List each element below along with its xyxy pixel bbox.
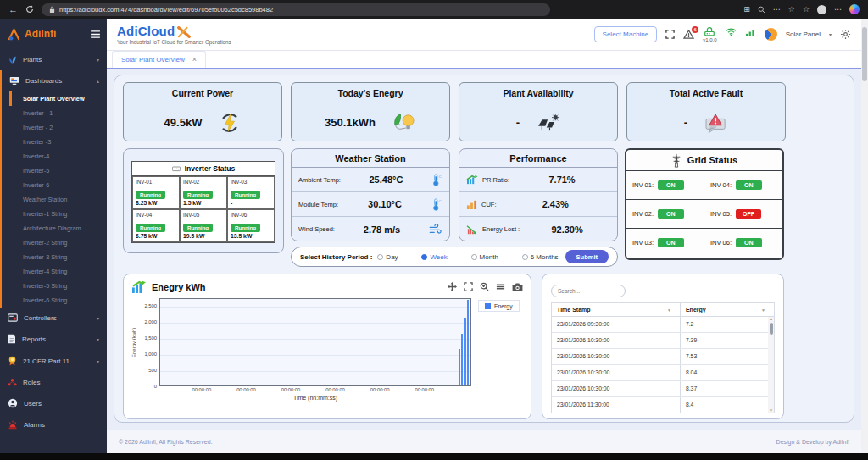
chart-bar [264,385,266,385]
browser-back-icon[interactable]: ← [8,5,18,14]
performance-title: Performance [459,149,617,168]
pan-tool-icon[interactable] [448,282,457,291]
sidebar-item-alarms[interactable]: Alarms [0,414,107,435]
browser-apps-icon[interactable]: ⊞ [743,5,750,14]
browser-refresh-icon[interactable] [25,5,34,14]
browser-bookmark-icon[interactable]: ☆ [788,5,795,14]
weather-station-title: Weather Station [292,149,449,168]
sidebar-item-inverter-6-string[interactable]: Inverter-6 String [2,293,107,308]
chart-bar [281,385,282,385]
sidebar-item-roles[interactable]: Roles [0,372,107,392]
sidebar-item-inverter-3[interactable]: Inverter -3 [2,135,107,149]
chart-bar [431,385,433,385]
scroll-down-icon[interactable]: ▼ [769,408,772,413]
table-scrollbar[interactable]: ▲ ▼ [768,317,774,413]
signal-icon[interactable] [745,28,756,36]
wind-icon [429,224,442,234]
zoom-box-tool-icon[interactable] [464,282,473,291]
inverter-power: 6.75 kW [136,233,176,239]
zoom-in-tool-icon[interactable] [480,282,489,291]
history-option-6-months[interactable]: 6 Months [522,253,559,261]
user-menu-label[interactable]: Solar Panel [786,30,821,38]
sidebar-item-inverter-2[interactable]: Inverter - 2 [2,120,107,135]
wifi-icon[interactable] [726,28,737,36]
browser-extensions-icon[interactable]: ⋯ [773,5,781,14]
sidebar-item-controllers[interactable]: Controllers ▾ [0,308,107,328]
chart-bar [357,385,359,385]
chart-bar [459,349,460,385]
tab-label: Solar Plant Overview [121,56,185,64]
browser-favorites-icon[interactable]: ☆ [803,5,810,14]
user-menu-caret-icon[interactable]: ▾ [829,31,832,37]
sidebar-item-inverter-2-string[interactable]: Inverter-2 String [2,236,107,250]
tab-solar-plant-overview[interactable]: Solar Plant Overview × [112,51,206,68]
radio-day[interactable] [377,254,383,260]
history-option-day[interactable]: Day [377,253,398,261]
alert-count-badge: 6 [692,26,698,33]
radio-month[interactable] [471,254,477,260]
column-header-timestamp[interactable]: Time Stamp ▼ [552,303,681,316]
sidebar-item-weather-station[interactable]: Weather Station [2,192,107,207]
browser-zoom-icon[interactable] [758,6,765,14]
sidebar-item-inverter-5-string[interactable]: Inverter-5 String [2,279,107,293]
menu-toggle-icon[interactable] [91,26,100,42]
sidebar-item-inverter-1[interactable]: Inverter - 1 [2,106,107,120]
address-bar[interactable]: https://adicloudx.com:474/dashboardView/… [42,3,550,16]
history-option-week[interactable]: Week [421,253,447,261]
chart-bar [453,385,454,385]
sidebar-item-inverter-4-string[interactable]: Inverter-4 String [2,264,107,279]
chart-bar [398,385,400,385]
chart-plot[interactable] [159,298,471,386]
filter-dropdown-icon[interactable]: ▼ [667,308,675,313]
sidebar-item-reports[interactable]: Reports ▾ [0,328,107,350]
filter-dropdown-icon[interactable]: ▼ [761,308,769,313]
sidebar-item-architecture-diagram[interactable]: Architecture Diagram [2,221,107,236]
history-option-label: Week [430,253,447,261]
device-status-icon[interactable]: v1.0.0 [703,27,716,42]
chart-xtick: 00:00:00 [281,387,301,392]
scroll-thumb[interactable] [770,323,773,335]
radio-6-months[interactable] [522,254,528,260]
browser-scroll-thumb[interactable] [862,27,867,81]
sidebar-item-users[interactable]: Users [0,392,107,414]
chart-bar [212,385,214,385]
inverter-cell-inv-04: INV-04Running6.75 kW [132,209,180,242]
sidebar-item-dashboards[interactable]: Dashboards ▴ [2,70,107,91]
grid-inverter-name: INV 04: [710,181,732,189]
select-machine-button[interactable]: Select Machine [594,26,658,42]
column-header-energy[interactable]: Energy ▼ [681,303,774,316]
settings-gear-icon[interactable] [840,29,851,40]
sidebar-item-inverter-5[interactable]: Inverter-5 [2,163,107,178]
submit-button[interactable]: Submit [565,250,609,263]
sidebar-item-solar-plant-overview[interactable]: Solar Plant Overview [9,91,107,106]
scroll-up-icon[interactable]: ▲ [769,317,772,321]
tab-close-icon[interactable]: × [192,55,197,64]
sidebar-group-label: Alarms [24,421,45,429]
user-avatar[interactable] [765,28,777,41]
browser-scrollbar[interactable] [861,19,868,453]
sidebar-item-inverter-1-string[interactable]: Inverter-1 String [2,207,107,221]
adiinfi-logo-icon [7,27,21,42]
browser-menu-icon[interactable]: ⋯ [834,5,842,14]
chart-ytick: 2,500 [144,303,157,308]
chart-bar [381,385,383,385]
chart-bar [242,385,244,385]
copilot-icon[interactable] [849,4,860,14]
browser-profile-avatar[interactable] [817,5,826,14]
legend-item-energy[interactable]: Energy [478,300,520,312]
alerts-icon[interactable]: 6 [683,30,694,39]
chart-bar [187,385,189,385]
sidebar-item-inverter-4[interactable]: Inverter-4 [2,149,107,163]
inverter-status-badge: Running [183,191,213,199]
search-input[interactable] [551,285,626,297]
camera-snapshot-icon[interactable] [512,283,523,291]
sidebar-item-inverter-3-string[interactable]: Inverter-3 String [2,250,107,264]
sidebar-item-plants[interactable]: Plants ▾ [0,49,107,70]
sidebar-item-inverter-6[interactable]: Inverter-6 [2,178,107,192]
fullscreen-icon[interactable] [665,30,675,39]
radio-week[interactable] [421,254,427,260]
chart-menu-icon[interactable] [496,282,505,291]
sidebar-item-21-cfr-part-11[interactable]: 21 CFR Part 11 ▾ [0,350,107,372]
history-option-month[interactable]: Month [471,253,498,261]
chart-ytick: 0 [154,384,157,389]
